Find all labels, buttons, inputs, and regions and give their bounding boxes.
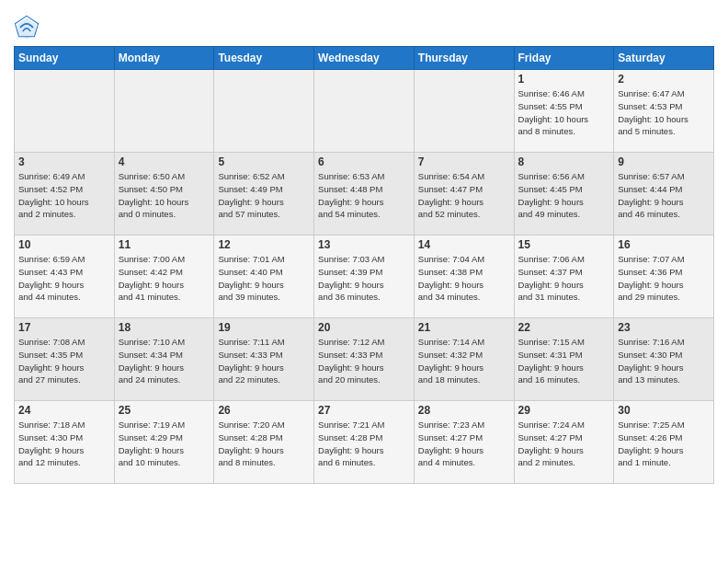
calendar-cell: 1Sunrise: 6:46 AM Sunset: 4:55 PM Daylig…	[514, 70, 614, 153]
day-info: Sunrise: 7:06 AM Sunset: 4:37 PM Dayligh…	[518, 253, 610, 304]
calendar-table: SundayMondayTuesdayWednesdayThursdayFrid…	[14, 46, 714, 484]
calendar-cell: 14Sunrise: 7:04 AM Sunset: 4:38 PM Dayli…	[414, 236, 514, 318]
logo	[14, 15, 43, 40]
day-number: 17	[18, 321, 110, 334]
day-info: Sunrise: 6:59 AM Sunset: 4:43 PM Dayligh…	[18, 253, 110, 304]
day-info: Sunrise: 6:49 AM Sunset: 4:52 PM Dayligh…	[18, 170, 110, 221]
calendar-cell: 18Sunrise: 7:10 AM Sunset: 4:34 PM Dayli…	[114, 318, 214, 401]
day-number: 11	[119, 238, 210, 251]
weekday-header-row: SundayMondayTuesdayWednesdayThursdayFrid…	[15, 47, 714, 70]
calendar-cell: 9Sunrise: 6:57 AM Sunset: 4:44 PM Daylig…	[614, 153, 714, 236]
calendar-cell: 8Sunrise: 6:56 AM Sunset: 4:45 PM Daylig…	[514, 153, 614, 236]
calendar-cell: 4Sunrise: 6:50 AM Sunset: 4:50 PM Daylig…	[114, 153, 214, 236]
logo-icon	[14, 15, 40, 40]
calendar-cell: 20Sunrise: 7:12 AM Sunset: 4:33 PM Dayli…	[314, 318, 415, 401]
day-info: Sunrise: 7:07 AM Sunset: 4:36 PM Dayligh…	[618, 253, 710, 304]
day-number: 9	[618, 155, 710, 168]
day-info: Sunrise: 6:54 AM Sunset: 4:47 PM Dayligh…	[418, 170, 510, 221]
day-info: Sunrise: 6:50 AM Sunset: 4:50 PM Dayligh…	[119, 170, 210, 221]
calendar-cell: 12Sunrise: 7:01 AM Sunset: 4:40 PM Dayli…	[214, 236, 314, 318]
day-number: 3	[18, 155, 110, 168]
weekday-header-saturday: Saturday	[614, 47, 714, 70]
day-number: 24	[18, 404, 110, 417]
day-number: 26	[218, 404, 310, 417]
day-info: Sunrise: 7:23 AM Sunset: 4:27 PM Dayligh…	[418, 419, 510, 469]
day-info: Sunrise: 7:16 AM Sunset: 4:30 PM Dayligh…	[618, 336, 710, 386]
day-number: 1	[518, 73, 610, 86]
calendar-week-5: 24Sunrise: 7:18 AM Sunset: 4:30 PM Dayli…	[15, 401, 714, 484]
day-number: 28	[418, 404, 510, 417]
day-number: 29	[518, 404, 610, 417]
day-info: Sunrise: 7:19 AM Sunset: 4:29 PM Dayligh…	[119, 419, 210, 469]
weekday-header-monday: Monday	[114, 47, 214, 70]
day-info: Sunrise: 7:24 AM Sunset: 4:27 PM Dayligh…	[518, 419, 610, 469]
calendar-cell: 24Sunrise: 7:18 AM Sunset: 4:30 PM Dayli…	[15, 401, 115, 484]
weekday-header-wednesday: Wednesday	[314, 47, 415, 70]
day-info: Sunrise: 7:12 AM Sunset: 4:33 PM Dayligh…	[318, 336, 410, 386]
calendar-cell: 25Sunrise: 7:19 AM Sunset: 4:29 PM Dayli…	[114, 401, 214, 484]
day-number: 2	[618, 73, 710, 86]
day-info: Sunrise: 7:00 AM Sunset: 4:42 PM Dayligh…	[119, 253, 210, 304]
calendar-cell: 15Sunrise: 7:06 AM Sunset: 4:37 PM Dayli…	[514, 236, 614, 318]
day-number: 5	[218, 155, 310, 168]
day-number: 22	[518, 321, 610, 334]
calendar-cell: 23Sunrise: 7:16 AM Sunset: 4:30 PM Dayli…	[614, 318, 714, 401]
day-number: 20	[318, 321, 410, 334]
day-info: Sunrise: 6:47 AM Sunset: 4:53 PM Dayligh…	[618, 87, 710, 138]
day-number: 25	[119, 404, 210, 417]
calendar-cell	[314, 70, 415, 153]
day-info: Sunrise: 7:14 AM Sunset: 4:32 PM Dayligh…	[418, 336, 510, 386]
day-number: 6	[318, 155, 410, 168]
day-info: Sunrise: 6:57 AM Sunset: 4:44 PM Dayligh…	[618, 170, 710, 221]
day-info: Sunrise: 7:20 AM Sunset: 4:28 PM Dayligh…	[218, 419, 310, 469]
day-number: 23	[618, 321, 710, 334]
calendar-cell	[114, 70, 214, 153]
calendar-cell	[414, 70, 514, 153]
day-number: 13	[318, 238, 410, 251]
day-number: 16	[618, 238, 710, 251]
calendar-cell: 19Sunrise: 7:11 AM Sunset: 4:33 PM Dayli…	[214, 318, 314, 401]
day-info: Sunrise: 7:04 AM Sunset: 4:38 PM Dayligh…	[418, 253, 510, 304]
day-number: 19	[218, 321, 310, 334]
day-number: 4	[119, 155, 210, 168]
day-number: 15	[518, 238, 610, 251]
calendar-cell: 5Sunrise: 6:52 AM Sunset: 4:49 PM Daylig…	[214, 153, 314, 236]
calendar-cell: 21Sunrise: 7:14 AM Sunset: 4:32 PM Dayli…	[414, 318, 514, 401]
day-info: Sunrise: 6:56 AM Sunset: 4:45 PM Dayligh…	[518, 170, 610, 221]
day-number: 10	[18, 238, 110, 251]
calendar-cell: 6Sunrise: 6:53 AM Sunset: 4:48 PM Daylig…	[314, 153, 415, 236]
calendar-week-4: 17Sunrise: 7:08 AM Sunset: 4:35 PM Dayli…	[15, 318, 714, 401]
calendar-cell: 30Sunrise: 7:25 AM Sunset: 4:26 PM Dayli…	[614, 401, 714, 484]
day-info: Sunrise: 7:11 AM Sunset: 4:33 PM Dayligh…	[218, 336, 310, 386]
day-info: Sunrise: 6:46 AM Sunset: 4:55 PM Dayligh…	[518, 87, 610, 138]
calendar-week-2: 3Sunrise: 6:49 AM Sunset: 4:52 PM Daylig…	[15, 153, 714, 236]
calendar-cell: 13Sunrise: 7:03 AM Sunset: 4:39 PM Dayli…	[314, 236, 415, 318]
calendar-cell	[214, 70, 314, 153]
calendar-week-1: 1Sunrise: 6:46 AM Sunset: 4:55 PM Daylig…	[15, 70, 714, 153]
day-number: 30	[618, 404, 710, 417]
calendar-cell: 3Sunrise: 6:49 AM Sunset: 4:52 PM Daylig…	[15, 153, 115, 236]
day-info: Sunrise: 7:03 AM Sunset: 4:39 PM Dayligh…	[318, 253, 410, 304]
day-info: Sunrise: 7:08 AM Sunset: 4:35 PM Dayligh…	[18, 336, 110, 386]
calendar-cell: 27Sunrise: 7:21 AM Sunset: 4:28 PM Dayli…	[314, 401, 415, 484]
day-info: Sunrise: 7:01 AM Sunset: 4:40 PM Dayligh…	[218, 253, 310, 304]
calendar-cell	[15, 70, 115, 153]
calendar-cell: 17Sunrise: 7:08 AM Sunset: 4:35 PM Dayli…	[15, 318, 115, 401]
calendar-cell: 7Sunrise: 6:54 AM Sunset: 4:47 PM Daylig…	[414, 153, 514, 236]
weekday-header-sunday: Sunday	[15, 47, 115, 70]
day-number: 18	[119, 321, 210, 334]
calendar-cell: 28Sunrise: 7:23 AM Sunset: 4:27 PM Dayli…	[414, 401, 514, 484]
calendar-cell: 26Sunrise: 7:20 AM Sunset: 4:28 PM Dayli…	[214, 401, 314, 484]
calendar-cell: 29Sunrise: 7:24 AM Sunset: 4:27 PM Dayli…	[514, 401, 614, 484]
calendar-cell: 22Sunrise: 7:15 AM Sunset: 4:31 PM Dayli…	[514, 318, 614, 401]
day-info: Sunrise: 6:52 AM Sunset: 4:49 PM Dayligh…	[218, 170, 310, 221]
day-number: 8	[518, 155, 610, 168]
day-number: 21	[418, 321, 510, 334]
calendar-cell: 16Sunrise: 7:07 AM Sunset: 4:36 PM Dayli…	[614, 236, 714, 318]
day-info: Sunrise: 7:10 AM Sunset: 4:34 PM Dayligh…	[119, 336, 210, 386]
day-number: 7	[418, 155, 510, 168]
calendar-cell: 11Sunrise: 7:00 AM Sunset: 4:42 PM Dayli…	[114, 236, 214, 318]
calendar-cell: 10Sunrise: 6:59 AM Sunset: 4:43 PM Dayli…	[15, 236, 115, 318]
day-number: 12	[218, 238, 310, 251]
day-number: 14	[418, 238, 510, 251]
